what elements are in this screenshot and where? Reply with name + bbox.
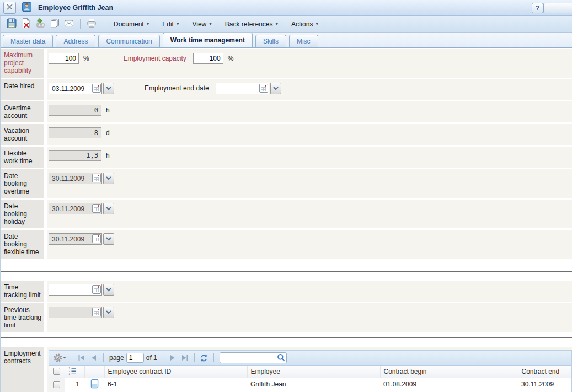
- copy-button[interactable]: [47, 18, 62, 31]
- chevron-down-icon: [106, 207, 111, 211]
- tab-label: Address: [63, 37, 88, 45]
- print-button[interactable]: [84, 18, 99, 31]
- toolbar-separator: [80, 19, 81, 29]
- page-number-input[interactable]: [126, 353, 144, 363]
- previous-time-tracking-limit-dropdown-button[interactable]: [103, 307, 114, 318]
- menu-view-label: View: [192, 20, 206, 28]
- calendar-icon[interactable]: [92, 204, 101, 213]
- column-header-employee-contract-id[interactable]: Employee contract ID: [104, 366, 247, 378]
- mail-button[interactable]: [62, 18, 76, 31]
- chevron-down-icon: [106, 176, 111, 180]
- select-all-checkbox[interactable]: [53, 368, 60, 375]
- tab-misc[interactable]: Misc: [289, 35, 318, 47]
- employment-capacity-input[interactable]: [193, 53, 223, 64]
- column-header-contract-begin[interactable]: Contract begin: [380, 366, 518, 378]
- delete-document-icon: [20, 18, 31, 30]
- cell-contract-id[interactable]: 6-1: [104, 378, 247, 391]
- grid-toolbar-separator: [72, 353, 72, 362]
- delete-document-button[interactable]: [19, 18, 33, 31]
- first-page-button[interactable]: [76, 352, 88, 364]
- chevron-down-icon: [106, 288, 111, 292]
- help-icon: ?: [536, 4, 539, 12]
- search-icon[interactable]: [277, 353, 285, 363]
- close-icon: [6, 3, 13, 12]
- tab-communication[interactable]: Communication: [98, 35, 159, 47]
- unit-label: %: [228, 55, 234, 62]
- field-label-date-hired: Date hired: [0, 79, 44, 100]
- chevron-down-icon: ▾: [177, 22, 179, 26]
- print-icon: [86, 18, 97, 30]
- date-booking-flexible-time-dropdown-button[interactable]: [103, 233, 114, 245]
- field-label-time-tracking-limit: Time tracking limit: [0, 281, 44, 302]
- column-header-employee[interactable]: Employee: [247, 366, 380, 378]
- menu-back-references[interactable]: Back references ▾: [225, 20, 278, 28]
- calendar-icon[interactable]: [92, 84, 101, 93]
- menu-document[interactable]: Document ▾: [114, 20, 149, 28]
- tab-master-data[interactable]: Master data: [3, 35, 53, 47]
- document-icon[interactable]: [90, 383, 99, 390]
- person-icon: [22, 2, 32, 14]
- check-in-button[interactable]: [33, 18, 47, 31]
- field-label-vacation-account: Vacation account: [0, 124, 44, 145]
- field-label-flexible-work-time: Flexible work time: [0, 147, 44, 168]
- tab-label: Master data: [10, 37, 45, 45]
- last-page-button[interactable]: [179, 352, 191, 364]
- refresh-button[interactable]: [198, 352, 210, 364]
- date-hired-dropdown-button[interactable]: [103, 83, 114, 94]
- tab-address[interactable]: Address: [56, 35, 95, 47]
- tab-work-time-management[interactable]: Work time management: [163, 33, 253, 47]
- page-count-label: of 1: [146, 354, 157, 362]
- titlebar-edge-button[interactable]: [543, 3, 572, 13]
- date-booking-holiday-dropdown-button[interactable]: [103, 203, 114, 214]
- field-label-date-booking-holiday: Date booking holiday: [0, 200, 44, 228]
- save-icon: [6, 18, 17, 30]
- title-bar: Employee Griffith Jean ?: [0, 0, 572, 16]
- unit-label: h: [106, 106, 110, 114]
- work-time-management-form: Maximum project capability % Employment …: [0, 48, 572, 392]
- chevron-down-icon: [106, 237, 111, 241]
- employment-end-date-widget: [216, 83, 281, 94]
- calendar-icon[interactable]: [92, 234, 101, 243]
- menu-bar: Document ▾ Edit ▾ View ▾ Back references…: [114, 20, 318, 28]
- tab-label: Misc: [297, 37, 311, 45]
- menu-actions[interactable]: Actions ▾: [291, 20, 318, 28]
- flexible-work-time-field: [49, 150, 101, 161]
- close-button[interactable]: [3, 2, 16, 14]
- chevron-down-icon: [63, 357, 66, 359]
- row-checkbox[interactable]: [53, 381, 60, 388]
- unit-label: %: [83, 55, 89, 62]
- overtime-account-field: [49, 105, 101, 116]
- copy-icon: [49, 18, 60, 30]
- tab-skills[interactable]: Skills: [255, 35, 286, 47]
- calendar-icon[interactable]: [259, 84, 268, 93]
- next-page-button[interactable]: [167, 352, 179, 364]
- chevron-down-icon: [273, 87, 279, 90]
- date-booking-overtime-dropdown-button[interactable]: [103, 173, 114, 184]
- employment-end-date-dropdown-button[interactable]: [270, 83, 281, 94]
- menu-edit[interactable]: Edit ▾: [162, 20, 179, 28]
- calendar-icon[interactable]: [92, 174, 101, 182]
- chevron-down-icon: ▾: [316, 22, 318, 26]
- maximum-project-capability-input[interactable]: [49, 53, 79, 64]
- previous-time-tracking-limit-widget: [49, 307, 114, 318]
- chevron-down-icon: [106, 310, 111, 314]
- table-header-row: 1 2 3 Employee contract ID: [49, 366, 571, 378]
- previous-page-button[interactable]: [88, 352, 100, 364]
- grid-settings-button[interactable]: [52, 352, 68, 364]
- chevron-down-icon: [106, 87, 111, 90]
- row-number-list-icon: 1 2 3: [68, 369, 77, 377]
- save-button[interactable]: [4, 18, 19, 31]
- date-booking-overtime-widget: [49, 173, 114, 184]
- refresh-icon: [199, 353, 209, 363]
- time-tracking-limit-dropdown-button[interactable]: [103, 284, 114, 296]
- unit-label: h: [106, 152, 110, 159]
- table-row[interactable]: 1 6-1 Griffith Jean 01.08.2009 30.11.200…: [49, 378, 571, 391]
- help-button[interactable]: ?: [532, 3, 543, 13]
- column-header-contract-end[interactable]: Contract end: [518, 366, 571, 378]
- calendar-icon[interactable]: [92, 285, 101, 294]
- field-label-employment-contracts: Employment contracts: [0, 347, 44, 392]
- menu-view[interactable]: View ▾: [192, 20, 211, 28]
- window-left-border: [0, 16, 1, 392]
- calendar-icon[interactable]: [92, 308, 101, 316]
- page-label: page: [109, 354, 124, 362]
